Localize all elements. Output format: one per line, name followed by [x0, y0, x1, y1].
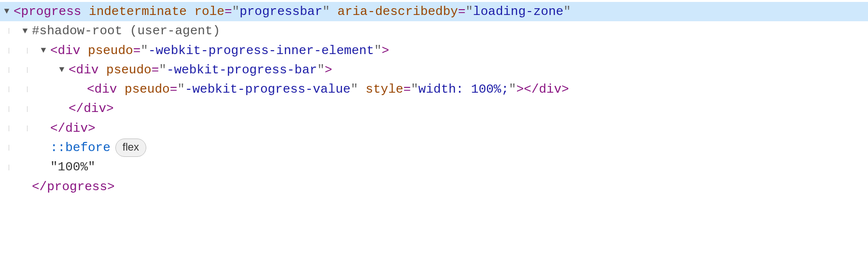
expand-toggle-icon[interactable]: ▼	[55, 63, 69, 77]
node-html: </div>	[69, 99, 114, 118]
tree-row-progress-close[interactable]: </progress>	[0, 177, 868, 196]
node-html: </progress>	[32, 177, 115, 196]
tree-row-pseudo-before[interactable]: ::before flex	[0, 138, 868, 157]
tree-row-shadow-root[interactable]: ▼ #shadow-root (user-agent)	[0, 21, 868, 41]
node-html: <progress indeterminate role="progressba…	[14, 2, 571, 21]
dom-tree: ▼ <progress indeterminate role="progress…	[0, 0, 868, 196]
display-badge: flex	[115, 139, 146, 157]
expand-toggle-icon[interactable]: ▼	[0, 5, 14, 18]
pseudo-before-label: ::before	[50, 138, 111, 157]
node-html: <div pseudo="-webkit-progress-value" sty…	[87, 80, 569, 99]
node-html: <div pseudo="-webkit-progress-inner-elem…	[50, 41, 389, 60]
expand-toggle-icon[interactable]: ▼	[18, 25, 32, 38]
tree-row-div-progress-value[interactable]: <div pseudo="-webkit-progress-value" sty…	[0, 80, 868, 99]
tree-row-text-node[interactable]: "100%"	[0, 157, 868, 177]
tree-row-progress-open[interactable]: ▼ <progress indeterminate role="progress…	[0, 2, 868, 21]
tree-row-div-progress-bar[interactable]: ▼ <div pseudo="-webkit-progress-bar">	[0, 60, 868, 80]
tree-row-close-div-2[interactable]: </div>	[0, 119, 868, 138]
shadow-root-label: #shadow-root (user-agent)	[32, 21, 220, 41]
node-html: <div pseudo="-webkit-progress-bar">	[69, 60, 332, 80]
text-node-value: "100%"	[50, 157, 96, 177]
tree-row-div-inner-element[interactable]: ▼ <div pseudo="-webkit-progress-inner-el…	[0, 41, 868, 60]
node-html: </div>	[50, 119, 96, 138]
tree-row-close-div-1[interactable]: </div>	[0, 99, 868, 118]
expand-toggle-icon[interactable]: ▼	[37, 44, 50, 57]
